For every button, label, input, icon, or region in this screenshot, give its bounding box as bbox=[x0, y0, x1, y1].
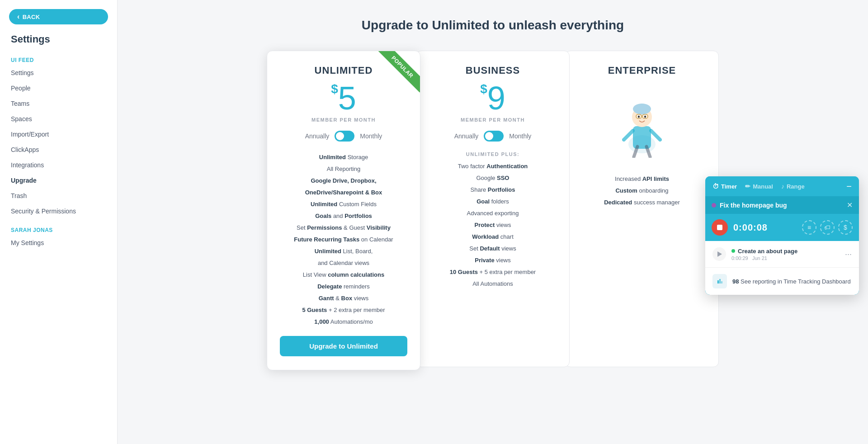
feature-item: Dedicated success manager bbox=[578, 197, 706, 208]
timer-reporting-row[interactable]: 98 See reporting in Time Tracking Dashbo… bbox=[705, 268, 859, 295]
sidebar-item-label: Security & Permissions bbox=[11, 208, 76, 215]
unlimited-toggle-switch[interactable] bbox=[335, 131, 354, 142]
feature-item: List View column calculations bbox=[280, 269, 407, 281]
feature-item: Google SSO bbox=[429, 172, 557, 184]
timer-task-info: Create an about page 0:00:29 Jun 21 bbox=[731, 248, 840, 261]
timer-tag-button[interactable]: 🏷 bbox=[820, 220, 835, 235]
toggle-knob bbox=[485, 132, 493, 140]
enterprise-illustration bbox=[578, 85, 706, 160]
sidebar-item-security[interactable]: Security & Permissions bbox=[0, 203, 117, 219]
timer-icon: ⏱ bbox=[712, 183, 719, 190]
timer-task-row: Fix the homepage bug ✕ bbox=[705, 196, 859, 214]
timer-task-close-button[interactable]: ✕ bbox=[847, 201, 853, 209]
feature-item: Two factor Authentication bbox=[429, 161, 557, 172]
timer-reporting-text: 98 See reporting in Time Tracking Dashbo… bbox=[732, 278, 851, 285]
sidebar-section-label: UI FEED bbox=[0, 53, 117, 65]
feature-item: Custom onboarding bbox=[578, 185, 706, 197]
feature-item: All Automations bbox=[429, 278, 557, 290]
timer-tab-timer[interactable]: ⏱ Timer bbox=[712, 183, 737, 190]
sidebar-item-label: Upgrade bbox=[11, 177, 37, 184]
business-price-subtitle: MEMBER PER MONTH bbox=[429, 117, 557, 123]
unlimited-dollar-sign: $ bbox=[331, 82, 338, 96]
unlimited-cta-button[interactable]: Upgrade to Unlimited bbox=[280, 336, 407, 356]
unlimited-price-subtitle: MEMBER PER MONTH bbox=[280, 117, 407, 123]
popular-ribbon: POPULAR bbox=[366, 51, 420, 105]
business-dollar-sign: $ bbox=[480, 82, 487, 96]
business-price-display: $9 bbox=[429, 82, 557, 114]
popular-ribbon-label: POPULAR bbox=[377, 51, 420, 93]
timer-recent-task: Create an about page 0:00:29 Jun 21 ··· bbox=[705, 241, 859, 268]
timer-play-button[interactable] bbox=[712, 247, 726, 261]
sidebar-item-teams[interactable]: Teams bbox=[0, 96, 117, 111]
reporting-label: See reporting in Time Tracking Dashboard bbox=[741, 278, 851, 285]
timer-stop-button[interactable] bbox=[712, 219, 728, 236]
timer-bottom: Create an about page 0:00:29 Jun 21 ··· bbox=[705, 241, 859, 295]
business-price-amount: 9 bbox=[487, 80, 505, 116]
stop-icon bbox=[717, 225, 722, 230]
timer-task-more-button[interactable]: ··· bbox=[845, 250, 852, 259]
timer-overlay: ⏱ Timer ✏ Manual ♪ Range − Fix the homep… bbox=[705, 176, 859, 295]
sidebar-item-label: Import/Export bbox=[11, 131, 49, 138]
sidebar-item-settings[interactable]: Settings bbox=[0, 65, 117, 80]
feature-item: Set Permissions & Guest Visibility bbox=[280, 222, 407, 234]
feature-item: Unlimited Custom Fields bbox=[280, 198, 407, 210]
back-button[interactable]: BACK bbox=[9, 9, 108, 24]
sidebar-item-label: Settings bbox=[11, 69, 34, 76]
timer-tab-range[interactable]: ♪ Range bbox=[781, 183, 805, 190]
manual-icon: ✏ bbox=[745, 183, 750, 190]
enterprise-plan-name: ENTERPRISE bbox=[578, 65, 706, 76]
feature-item: 5 Guests + 2 extra per member bbox=[280, 304, 407, 316]
feature-item: Gantt & Box views bbox=[280, 293, 407, 304]
svg-rect-18 bbox=[721, 281, 722, 283]
business-annually-label: Annually bbox=[454, 132, 479, 140]
feature-item: All Reporting bbox=[280, 163, 407, 175]
task-status-dot bbox=[731, 249, 735, 253]
unlimited-price-amount: 5 bbox=[338, 80, 356, 116]
svg-point-3 bbox=[633, 104, 651, 114]
reporting-icon bbox=[712, 274, 727, 288]
svg-line-12 bbox=[651, 131, 660, 140]
feature-item: Google Drive, Dropbox,OneDrive/Sharepoin… bbox=[280, 175, 407, 198]
sidebar-item-my-settings[interactable]: My Settings bbox=[0, 235, 117, 250]
business-card: BUSINESS $9 MEMBER PER MONTH Annually Mo… bbox=[416, 51, 570, 367]
timer-task-title-text: Create an about page bbox=[738, 248, 797, 255]
svg-line-11 bbox=[624, 131, 633, 140]
unlimited-features-list: Unlimited Storage All Reporting Google D… bbox=[280, 151, 407, 328]
timer-tab-manual[interactable]: ✏ Manual bbox=[745, 183, 773, 190]
unlimited-card: POPULAR UNLIMITED $5 MEMBER PER MONTH An… bbox=[267, 51, 420, 370]
business-toggle-switch[interactable] bbox=[484, 131, 504, 142]
sidebar-item-trash[interactable]: Trash bbox=[0, 188, 117, 203]
timer-list-button[interactable]: ≡ bbox=[802, 220, 816, 235]
svg-rect-1 bbox=[633, 126, 651, 149]
feature-item: Goal folders bbox=[429, 196, 557, 208]
svg-point-7 bbox=[644, 116, 646, 118]
sidebar-item-upgrade[interactable]: Upgrade bbox=[0, 173, 117, 188]
enterprise-card: ENTERPRISE bbox=[565, 51, 719, 367]
enterprise-features-list: Increased API limits Custom onboarding D… bbox=[578, 173, 706, 208]
feature-item: Advanced exporting bbox=[429, 208, 557, 219]
timer-billing-button[interactable]: $ bbox=[838, 220, 853, 235]
sidebar-item-spaces[interactable]: Spaces bbox=[0, 111, 117, 127]
timer-action-buttons: ≡ 🏷 $ bbox=[802, 220, 853, 235]
feature-item: Share Portfolios bbox=[429, 184, 557, 196]
unlimited-monthly-label: Monthly bbox=[360, 132, 382, 140]
svg-rect-16 bbox=[717, 280, 719, 283]
sidebar-item-import-export[interactable]: Import/Export bbox=[0, 127, 117, 142]
sidebar-item-label: Integrations bbox=[11, 161, 44, 169]
timer-tab-label: Timer bbox=[721, 183, 737, 190]
sidebar-item-label: People bbox=[11, 85, 31, 92]
sidebar-item-label: My Settings bbox=[11, 239, 44, 246]
feature-item: Private views bbox=[429, 255, 557, 266]
timer-task-name: Fix the homepage bug bbox=[720, 202, 843, 209]
svg-point-6 bbox=[638, 116, 640, 118]
timer-minimize-button[interactable]: − bbox=[846, 182, 852, 191]
sidebar-item-label: Spaces bbox=[11, 115, 32, 123]
sidebar-item-people[interactable]: People bbox=[0, 80, 117, 96]
sidebar-item-integrations[interactable]: Integrations bbox=[0, 157, 117, 173]
timer-header: ⏱ Timer ✏ Manual ♪ Range − bbox=[705, 176, 859, 196]
feature-item: Delegate reminders bbox=[280, 281, 407, 293]
page-title: Upgrade to Unlimited to unleash everythi… bbox=[145, 18, 841, 33]
timer-task-meta: 0:00:29 Jun 21 bbox=[731, 255, 840, 261]
sidebar-item-clickapps[interactable]: ClickApps bbox=[0, 142, 117, 157]
reporting-number: 98 bbox=[732, 278, 739, 285]
